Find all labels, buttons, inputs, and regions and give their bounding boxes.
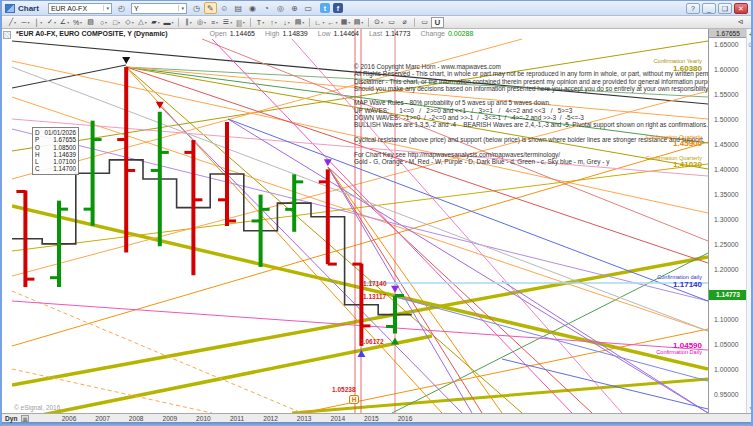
symbol-combo[interactable]: EUR A0-FX ▾ bbox=[48, 3, 112, 14]
toolbar-separator bbox=[250, 18, 251, 27]
arrow-down-tool[interactable]: ↓▾ bbox=[280, 17, 293, 28]
minimize-button[interactable]: _ bbox=[702, 3, 716, 14]
confirmation-label: Confirmation Yearly1.60380 bbox=[653, 59, 702, 73]
zigzag-tool[interactable]: ✓▾ bbox=[45, 17, 58, 28]
symbol-lookup-icon[interactable]: ◴ bbox=[115, 2, 128, 14]
notes-list-tool[interactable]: ▤▾ bbox=[293, 17, 306, 28]
fib-fan-tool-glyph: ▨ bbox=[87, 18, 94, 26]
chevron-down-icon: ▾ bbox=[118, 20, 120, 25]
h-wave-flag: H bbox=[349, 395, 359, 404]
quote-label-open: Open bbox=[210, 30, 227, 37]
chevron-down-icon: ▾ bbox=[275, 20, 277, 25]
text-tool[interactable]: T▾ bbox=[254, 17, 267, 28]
polygon-tool[interactable]: ◇▾ bbox=[123, 17, 136, 28]
horizontal-line-tool[interactable]: ─▾ bbox=[19, 17, 32, 28]
target-icon[interactable]: ◎ bbox=[274, 2, 287, 14]
y-axis-tick: 1.30000 bbox=[714, 216, 739, 223]
timer-icon[interactable]: ◔ bbox=[260, 2, 273, 14]
facebook-icon[interactable]: f bbox=[333, 3, 343, 13]
help-button[interactable]: ? bbox=[686, 3, 700, 14]
pointer-tool[interactable]: ←▾ bbox=[326, 17, 339, 28]
y-axis-tick: 1.00000 bbox=[714, 366, 739, 373]
add-icon[interactable]: + bbox=[749, 31, 753, 38]
tooltip-key: L bbox=[35, 158, 39, 165]
chevron-down-icon: ▾ bbox=[27, 20, 29, 25]
percent-tool[interactable]: %▾ bbox=[71, 17, 84, 28]
link-icon[interactable]: ⊕ bbox=[288, 2, 301, 14]
record-icon[interactable]: ◉ bbox=[246, 2, 259, 14]
x-axis-year: 2007 bbox=[95, 415, 110, 422]
dyn-button[interactable]: Dyn bbox=[5, 415, 17, 422]
scroll-down-icon[interactable]: ▾ bbox=[749, 404, 752, 411]
confirmation-label: Confirmation Quarterly1.45300 bbox=[646, 135, 702, 149]
pin-icon[interactable]: ⊙ bbox=[748, 41, 753, 48]
grid-tool[interactable]: ▦▾ bbox=[339, 17, 352, 28]
trendline-tool[interactable]: ╱▾ bbox=[6, 17, 19, 28]
smiley-icon[interactable]: ☺ bbox=[218, 2, 231, 14]
price-axis[interactable]: 1.67655 1.650001.600001.550001.500001.45… bbox=[708, 29, 746, 413]
arrow-up-tool[interactable]: ↑▾ bbox=[267, 17, 280, 28]
titlebar[interactable]: Chart EUR A0-FX ▾ ◴ Y ▾ ◷✎☺▤◉◔◎⊕▭ tf ?_❏… bbox=[2, 1, 751, 16]
speed-lines-tool-glyph: ☰ bbox=[223, 18, 229, 26]
fib-circles-tool[interactable]: ◎▾ bbox=[195, 17, 208, 28]
crosshair-tool[interactable]: ⊙▾ bbox=[372, 17, 385, 28]
close-button[interactable]: ✕ bbox=[734, 3, 748, 14]
parallel-lines-tool[interactable]: ∥▾ bbox=[182, 17, 195, 28]
y-axis-tick: 1.25000 bbox=[714, 241, 739, 248]
pencil-icon[interactable]: ✎ bbox=[204, 2, 217, 14]
diameter-tool[interactable]: ⌀ bbox=[398, 17, 411, 28]
region-tool[interactable]: ▭ bbox=[385, 17, 398, 28]
twitter-icon[interactable]: t bbox=[320, 3, 330, 13]
trendline[interactable] bbox=[12, 164, 708, 251]
trendline[interactable] bbox=[502, 359, 708, 409]
y-axis-tick: 1.40000 bbox=[714, 166, 739, 173]
pivot-price-flag: 1.13117 bbox=[363, 293, 386, 300]
tooltip-value: 1.14700 bbox=[53, 165, 76, 172]
trendline-tool-glyph: ╱ bbox=[9, 18, 13, 26]
eraser-tool[interactable]: ▬▾ bbox=[162, 17, 175, 28]
quote-value-change: 0.00288 bbox=[448, 30, 473, 37]
chat-tool[interactable]: ▭ bbox=[418, 17, 431, 28]
measure-tool[interactable]: ∟▾ bbox=[313, 17, 326, 28]
brush-tool[interactable]: ▰▾ bbox=[149, 17, 162, 28]
trendline[interactable] bbox=[328, 167, 502, 413]
time-zones-tool[interactable]: |||▾ bbox=[234, 17, 247, 28]
u-button[interactable]: U bbox=[431, 17, 444, 28]
time-axis[interactable]: Dyn ▦ 2006200720082009201020112012201320… bbox=[2, 413, 751, 422]
rectangle-tool[interactable]: □▾ bbox=[110, 17, 123, 28]
trendline[interactable] bbox=[328, 167, 482, 413]
restore-button[interactable]: ❏ bbox=[718, 3, 732, 14]
trendline[interactable] bbox=[328, 167, 472, 413]
speaker-icon[interactable]: ⊲ bbox=[734, 17, 747, 28]
calendar-icon[interactable]: ▦ bbox=[21, 415, 29, 422]
trendline[interactable] bbox=[12, 65, 126, 88]
table-tool[interactable]: ▤▾ bbox=[352, 17, 365, 28]
toolbar-separator bbox=[414, 18, 415, 27]
toolbar-separator bbox=[178, 18, 179, 27]
trendline[interactable] bbox=[12, 291, 302, 413]
quote-label-last: Last bbox=[369, 30, 382, 37]
toolbar-grip-icon[interactable] bbox=[3, 31, 11, 39]
speed-lines-tool[interactable]: ☰▾ bbox=[221, 17, 234, 28]
fib-retracement-tool[interactable]: ≡▾ bbox=[208, 17, 221, 28]
tooltip-key: H bbox=[35, 151, 40, 158]
note-icon[interactable]: ▤ bbox=[232, 2, 245, 14]
y-axis-tick: 1.65000 bbox=[714, 41, 739, 48]
y-axis-tick: 1.05000 bbox=[714, 341, 739, 348]
ellipse-tool[interactable]: ○▾ bbox=[97, 17, 110, 28]
vertical-line-tool[interactable]: │▾ bbox=[32, 17, 45, 28]
angle-tool[interactable]: ∠▾ bbox=[58, 17, 71, 28]
tooltip-value: 1.67655 bbox=[53, 136, 76, 143]
interval-clock-icon[interactable]: ◷ bbox=[190, 2, 203, 14]
annotation-line: BULLISH Waves are 1,3,5,-2 and -4 BEARIS… bbox=[354, 121, 710, 128]
comment-icon[interactable]: ▭ bbox=[302, 2, 315, 14]
y-axis-tick: 1.55000 bbox=[714, 91, 739, 98]
toolbar-separator bbox=[309, 18, 310, 27]
interval-combo[interactable]: Y ▾ bbox=[131, 3, 187, 14]
x-axis-year: 2009 bbox=[162, 415, 177, 422]
chevron-down-icon: ▾ bbox=[54, 20, 56, 25]
fib-fan-tool[interactable]: ▨ bbox=[84, 17, 97, 28]
triangle-tool[interactable]: △▾ bbox=[136, 17, 149, 28]
rectangle-tool-glyph: □ bbox=[113, 19, 117, 26]
pivot-price-flag: 1.05238 bbox=[332, 386, 356, 393]
